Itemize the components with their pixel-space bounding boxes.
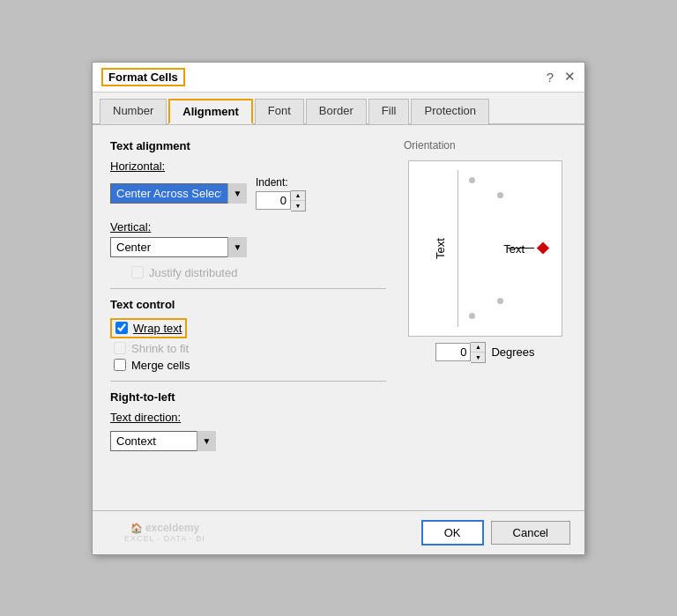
- footer: 🏠 exceldemy EXCEL · DATA · BI OK Cancel: [93, 510, 584, 554]
- dialog-title: Format Cells: [101, 68, 185, 86]
- format-cells-dialog: Format Cells ? ✕ Number Alignment Font B…: [92, 62, 585, 555]
- title-bar: Format Cells ? ✕: [93, 63, 584, 93]
- wrap-text-checkbox[interactable]: [115, 322, 128, 334]
- degrees-spinner-buttons: ▲ ▼: [471, 342, 486, 363]
- degrees-input[interactable]: [435, 343, 471, 361]
- horizontal-label: Horizontal:: [110, 160, 386, 173]
- right-to-left-section: Right-to-left: [110, 390, 386, 404]
- tabs-bar: Number Alignment Font Border Fill Protec…: [93, 93, 584, 125]
- indent-spinner-buttons: ▲ ▼: [291, 190, 306, 212]
- text-direction-select-wrapper: Context Left-to-Right Right-to-Left ▼: [110, 431, 216, 451]
- tab-number[interactable]: Number: [100, 99, 167, 124]
- wrap-text-label: Wrap text: [133, 322, 182, 335]
- tab-alignment[interactable]: Alignment: [168, 99, 253, 124]
- justify-distributed-label: Justify distributed: [149, 266, 237, 279]
- right-panel: Orientation Text Text: [404, 139, 567, 496]
- degrees-label: Degrees: [491, 345, 534, 359]
- justify-distributed-row: Justify distributed: [131, 266, 386, 279]
- merge-cells-checkbox[interactable]: [114, 359, 126, 371]
- text-direction-select[interactable]: Context Left-to-Right Right-to-Left: [110, 431, 216, 451]
- left-panel: Text alignment Horizontal: Center Across…: [110, 139, 386, 496]
- tab-fill[interactable]: Fill: [368, 99, 410, 124]
- title-controls: ? ✕: [547, 69, 576, 85]
- degrees-spinner: ▲ ▼: [435, 342, 486, 363]
- dot-4: [469, 313, 475, 319]
- justify-distributed-check-row: Justify distributed: [131, 266, 386, 279]
- wrap-text-highlight: Wrap text: [110, 318, 187, 338]
- horizontal-row: Center Across Selection General Left (In…: [110, 176, 386, 212]
- degrees-row: ▲ ▼ Degrees: [435, 342, 534, 363]
- merge-cells-check-row: Merge cells: [114, 359, 386, 372]
- vertical-label: Vertical:: [110, 220, 386, 234]
- tab-protection[interactable]: Protection: [411, 99, 489, 124]
- justify-distributed-checkbox[interactable]: [131, 266, 144, 278]
- vertical-select-wrapper: Center Top Bottom Justify Distributed ▼: [110, 237, 247, 257]
- wrap-text-row: Wrap text: [110, 318, 386, 338]
- degrees-up-button[interactable]: ▲: [471, 343, 485, 353]
- indent-input[interactable]: [256, 191, 291, 210]
- dot-1: [469, 177, 475, 183]
- ok-button[interactable]: OK: [421, 520, 484, 545]
- close-button[interactable]: ✕: [564, 69, 576, 85]
- watermark: 🏠 exceldemy EXCEL · DATA · BI: [124, 522, 205, 543]
- shrink-to-fit-checkbox[interactable]: [114, 342, 126, 354]
- orientation-divider: [458, 170, 458, 327]
- watermark-sub: EXCEL · DATA · BI: [124, 534, 205, 543]
- vertical-select[interactable]: Center Top Bottom Justify Distributed: [110, 237, 247, 257]
- tab-border[interactable]: Border: [306, 99, 367, 124]
- shrink-to-fit-row: Shrink to fit: [114, 342, 386, 355]
- text-alignment-section: Text alignment: [110, 139, 386, 152]
- horizontal-select[interactable]: Center Across Selection General Left (In…: [110, 183, 247, 204]
- watermark-name: exceldemy: [145, 522, 199, 534]
- text-control-section: Text control: [110, 298, 386, 311]
- orientation-horizontal-row: Text: [503, 241, 547, 255]
- degrees-down-button[interactable]: ▼: [471, 353, 485, 362]
- shrink-to-fit-label: Shrink to fit: [131, 342, 189, 355]
- tab-font[interactable]: Font: [255, 99, 304, 124]
- wrap-text-check-row: Wrap text: [110, 318, 386, 338]
- indent-up-button[interactable]: ▲: [291, 191, 305, 201]
- watermark-logo: 🏠 exceldemy: [130, 522, 200, 534]
- orientation-vertical-text: Text: [434, 179, 447, 318]
- red-diamond-icon[interactable]: [537, 241, 549, 254]
- indent-spinner: ▲ ▼: [256, 190, 306, 212]
- divider-1: [110, 288, 386, 289]
- help-button[interactable]: ?: [547, 70, 554, 85]
- orientation-line-bar: [508, 248, 534, 249]
- divider-2: [110, 381, 386, 382]
- content-area: Text alignment Horizontal: Center Across…: [93, 125, 584, 510]
- merge-cells-row: Merge cells: [114, 359, 386, 372]
- text-direction-label: Text direction:: [110, 411, 386, 424]
- indent-down-button[interactable]: ▼: [291, 201, 305, 211]
- indent-label: Indent:: [256, 176, 306, 189]
- orientation-label: Orientation: [404, 139, 456, 152]
- dot-2: [497, 192, 503, 198]
- vertical-row: Center Top Bottom Justify Distributed ▼: [110, 237, 386, 257]
- horizontal-select-wrapper: Center Across Selection General Left (In…: [110, 183, 247, 204]
- indent-group: Indent: ▲ ▼: [256, 176, 306, 212]
- orientation-box[interactable]: Text Text: [408, 160, 562, 337]
- shrink-to-fit-check-row: Shrink to fit: [114, 342, 386, 355]
- merge-cells-label: Merge cells: [131, 359, 190, 372]
- dot-3: [497, 298, 503, 304]
- cancel-button[interactable]: Cancel: [491, 521, 570, 545]
